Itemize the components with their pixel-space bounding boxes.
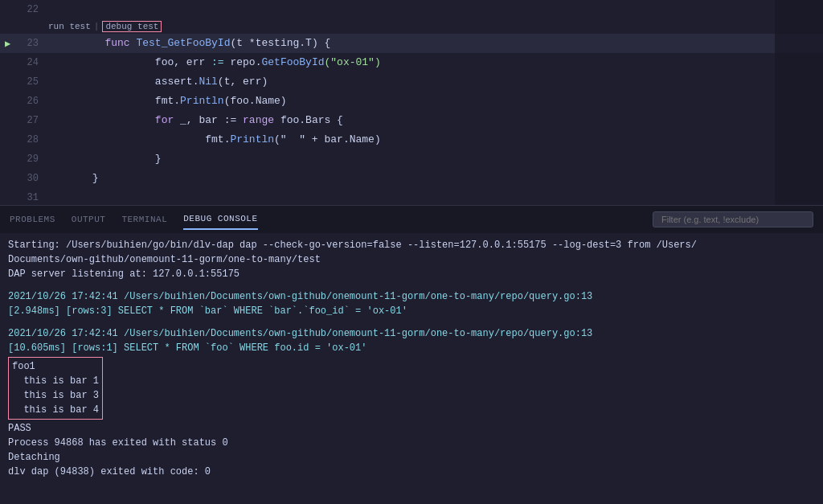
play-icon: ▶ (5, 38, 10, 50)
tab-debug-console[interactable]: DEBUG CONSOLE (183, 209, 257, 230)
tab-terminal[interactable]: TERMINAL (121, 210, 167, 229)
console-line-foo1: foo1 (12, 359, 99, 374)
panel-tabs: PROBLEMS OUTPUT TERMINAL DEBUG CONSOLE (0, 205, 823, 233)
line-number-22: 22 (0, 4, 48, 15)
console-line-detaching: Detaching (8, 450, 815, 465)
console-line-bar4: this is bar 4 (12, 403, 99, 417)
console-line-bar1: this is bar 1 (12, 374, 99, 388)
console-line-q1-sql: [2.948ms] [rows:3] SELECT * FROM `bar` W… (8, 304, 815, 318)
tab-problems[interactable]: PROBLEMS (10, 210, 55, 229)
line-number-26: 26 (0, 96, 48, 107)
line-number-27: 27 (0, 115, 48, 126)
console-line-dlv-exit: dlv dap (94838) exited with code: 0 (8, 465, 815, 479)
console-line-pass: PASS (8, 421, 815, 436)
highlighted-output-section: foo1 this is bar 1 this is bar 3 this is… (8, 357, 103, 420)
console-line-bar3: this is bar 3 (12, 388, 99, 403)
minimap (775, 0, 823, 205)
console-line-dap: DAP server listening at: 127.0.0.1:55175 (8, 267, 815, 281)
console-line-q2-path: 2021/10/26 17:42:41 /Users/buihien/Docum… (8, 326, 815, 341)
code-line-30: 30 } (0, 169, 823, 188)
console-area: Starting: /Users/buihien/go/bin/dlv-dap … (0, 233, 823, 504)
line-number-31: 31 (0, 192, 48, 203)
line-number-25: 25 (0, 76, 48, 88)
tab-output[interactable]: OUTPUT (72, 210, 106, 229)
console-line-q2-sql: [10.605ms] [rows:1] SELECT * FROM `foo` … (8, 341, 815, 355)
code-line-31: 31 (0, 188, 823, 205)
filter-input[interactable] (653, 211, 813, 227)
line-number-30: 30 (0, 173, 48, 184)
console-line-start: Starting: /Users/buihien/go/bin/dlv-dap … (8, 238, 815, 267)
console-line-q1-path: 2021/10/26 17:42:41 /Users/buihien/Docum… (8, 289, 815, 304)
console-line-process: Process 94868 has exited with status 0 (8, 436, 815, 450)
line-number-23: ▶ 23 (0, 38, 48, 49)
editor-area: 22 run test | debug test ▶ 23 func Test_… (0, 0, 823, 205)
line-number-29: 29 (0, 154, 48, 165)
line-number-28: 28 (0, 134, 48, 145)
line-number-24: 24 (0, 57, 48, 68)
